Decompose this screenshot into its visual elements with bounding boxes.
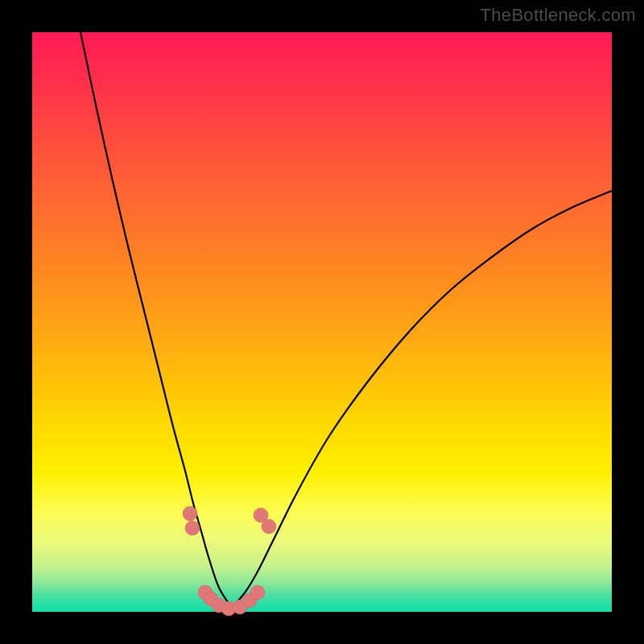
marker-point [185,521,200,535]
watermark-text: TheBottleneck.com [481,5,636,26]
curve-right-branch [232,191,612,608]
curve-left-branch [80,32,232,608]
plot-area [32,32,612,612]
chart-frame: TheBottleneck.com [0,0,644,644]
marker-point [183,506,197,521]
curves-layer [32,32,612,612]
marker-point [250,585,265,600]
marker-point [262,519,276,534]
